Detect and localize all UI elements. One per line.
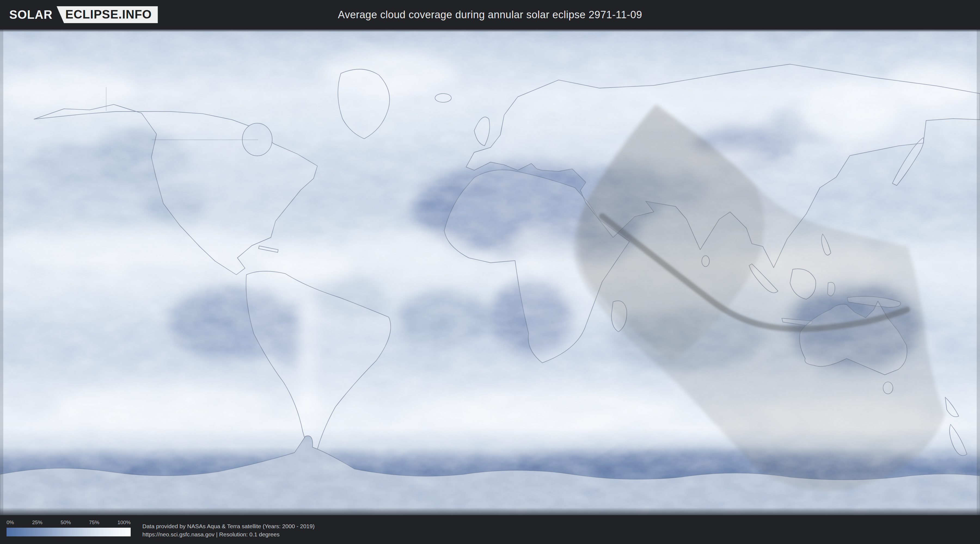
legend-label-25: 25% [32, 520, 43, 525]
legend-label-100: 100% [117, 520, 130, 525]
map-left-edge [0, 29, 3, 515]
world-map-svg [0, 29, 980, 515]
brand-text-solar: SOLAR [9, 8, 52, 22]
footer-source-line: https://neo.sci.gsfc.nasa.gov | Resoluti… [142, 530, 315, 539]
map-top-edge [0, 29, 980, 32]
page-footer: 0% 25% 50% 75% 100% Data provided by NAS… [0, 515, 980, 544]
cloud-coverage-legend: 0% 25% 50% 75% 100% [6, 520, 130, 536]
brand-box: ECLIPSE.INFO [57, 6, 158, 23]
legend-label-0: 0% [6, 520, 14, 525]
map-right-edge [977, 29, 980, 515]
legend-label-50: 50% [60, 520, 71, 525]
map-bottom-edge [0, 508, 980, 515]
brand-text-eclipse-info: ECLIPSE.INFO [65, 8, 152, 21]
legend-label-75: 75% [89, 520, 99, 525]
footer-credits: Data provided by NASAs Aqua & Terra sate… [142, 522, 315, 539]
legend-labels: 0% 25% 50% 75% 100% [6, 520, 130, 525]
world-cloud-map [0, 29, 980, 515]
footer-credit-line: Data provided by NASAs Aqua & Terra sate… [142, 522, 315, 530]
site-header: Average cloud coverage during annular so… [0, 0, 980, 29]
legend-scale-bar [6, 528, 130, 536]
brand-logo[interactable]: SOLAR ECLIPSE.INFO [9, 0, 158, 29]
